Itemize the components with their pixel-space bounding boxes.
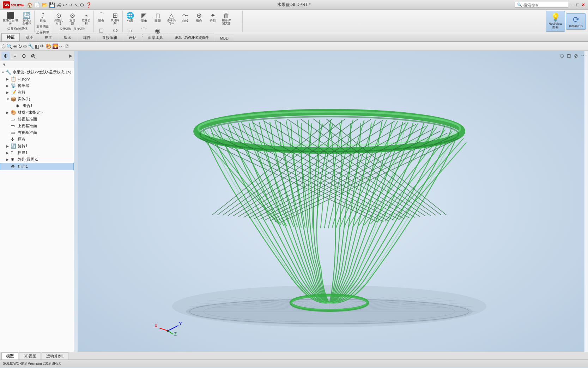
vp-display-icon[interactable]: ⊡ xyxy=(566,52,572,59)
search-input[interactable] xyxy=(523,3,566,7)
tab-sheetmetal[interactable]: 钣金 xyxy=(59,34,77,41)
tree-item-solid[interactable]: ▼ 📦 实体(1) xyxy=(0,96,74,102)
tab-render[interactable]: 渲染工具 xyxy=(143,34,169,41)
tree-item-front-plane[interactable]: ▭ 前视基准面 xyxy=(0,116,74,123)
sweep-button[interactable]: ⤴ 扫描 xyxy=(36,11,49,24)
vp-section-icon[interactable]: ⊘ xyxy=(573,52,579,59)
hole-wizard-button[interactable]: ⊙ 异型孔向导 xyxy=(52,11,65,26)
extrude-boss-button[interactable]: ⬛ 拉伸凸 台/基体 xyxy=(1,11,20,26)
btab-model[interactable]: 模型 xyxy=(1,352,18,360)
realview-button[interactable]: 💡 RealView 图形 xyxy=(546,11,565,32)
print-icon[interactable]: 🖨 xyxy=(56,2,61,8)
wrap-button[interactable]: 🌐 包覆 xyxy=(123,11,137,24)
help-icon[interactable]: ❓ xyxy=(86,2,92,8)
chamfer-button[interactable]: ◤ 倒角 xyxy=(137,11,151,24)
tree-top-plane-icon: ▭ xyxy=(11,123,17,129)
svg-text:X: X xyxy=(154,324,157,328)
panel-tabs: ⊕ ≡ ⊙ ◎ ▶ xyxy=(0,51,74,61)
curves-button[interactable]: 〜 曲线 xyxy=(178,11,192,24)
view-more-icon[interactable]: ⋯ xyxy=(59,43,64,49)
search-box[interactable]: 🔍 xyxy=(515,2,568,8)
tree-item-top-plane[interactable]: ▭ 上视基准面 xyxy=(0,123,74,129)
tab-sw-addins[interactable]: SOLIDWORKS插件 xyxy=(169,34,214,41)
tree-item-pattern1[interactable]: ▶ ⊞ 阵列(圆周)1 xyxy=(0,156,74,163)
revolve-boss-button[interactable]: 🔄 旋转凸台/基体 xyxy=(20,11,34,26)
vp-more-icon[interactable]: ⋯ xyxy=(580,52,587,59)
scenes-icon[interactable]: 🌄 xyxy=(52,43,58,49)
panel-tab-feature-tree[interactable]: ⊕ xyxy=(1,52,10,60)
statusbar: SOLIDWORKS Premium 2019 SP5.0 xyxy=(0,360,588,367)
tree-item-combine-child[interactable]: ⊕ 组合1 xyxy=(0,102,74,109)
revolve-cut-button[interactable]: ⊗ 旋切割 xyxy=(66,11,79,26)
3d-viewport[interactable]: Y X Z ⬡ ⊡ ⊘ ⋯ xyxy=(74,51,588,352)
appearances-icon[interactable]: 🎨 xyxy=(46,43,51,49)
display-style-icon[interactable]: ◧ xyxy=(35,43,39,49)
tree-item-sensor[interactable]: ▶ 📡 传感器 xyxy=(0,82,74,89)
tree-root-label: 水果篮 (默认<<默认>显示状态 1>) xyxy=(13,70,71,75)
tree-item-right-plane[interactable]: ▭ 右视基准面 xyxy=(0,129,74,136)
home-icon[interactable]: 🏠 xyxy=(27,2,33,8)
open-icon[interactable]: 📂 xyxy=(42,2,48,8)
tab-mbd[interactable]: MBD xyxy=(215,35,234,41)
tab-surface[interactable]: 曲面 xyxy=(40,34,58,41)
tab-sketch[interactable]: 草图 xyxy=(20,34,39,41)
tab-direct-editing[interactable]: 直接编辑 xyxy=(97,34,123,41)
tree-right-plane-icon: ▭ xyxy=(11,130,17,135)
maximize-button[interactable]: □ xyxy=(576,2,579,7)
bottom-tabs: 模型 3D视图 运动算例1 xyxy=(0,352,588,360)
ref-geo-button[interactable]: △ 参考几何体 xyxy=(165,11,178,26)
main-area: ⊕ ≡ ⊙ ◎ ▶ ▼ ▼ 🔧 水果篮 (默认<<默认>显示状态 1>) ▶ 📋… xyxy=(0,51,588,352)
tree-revolve1-label: 旋转1 xyxy=(18,143,28,149)
delete-body-button[interactable]: 🗑 删除/保留实体 xyxy=(220,11,233,26)
zoom-to-fit-icon[interactable]: 🔍 xyxy=(6,43,12,49)
tree-item-annotation[interactable]: ▶ 📝 注解 xyxy=(0,89,74,96)
extrude-cut-button[interactable]: 拉伸切除 xyxy=(59,26,72,31)
rotate-icon[interactable]: ↻ xyxy=(18,43,22,49)
close-button[interactable]: ✕ xyxy=(581,2,585,7)
view-orient-icon[interactable]: ⬡ xyxy=(1,43,6,49)
combine-button[interactable]: ⊕ 组合 xyxy=(192,11,206,24)
redo-icon[interactable]: ↪ xyxy=(68,2,73,8)
hide-show-icon[interactable]: 👁 xyxy=(40,43,45,49)
monitor-icon[interactable]: 🖥 xyxy=(65,43,69,49)
tree-front-plane-icon: ▭ xyxy=(11,117,17,122)
panel-tab-display[interactable]: ◎ xyxy=(29,52,37,60)
tab-evaluate[interactable]: 评估 xyxy=(123,34,142,41)
btab-3dview[interactable]: 3D视图 xyxy=(19,352,41,360)
section-view-icon[interactable]: ⊘ xyxy=(23,43,27,49)
panel-tab-config[interactable]: ⊙ xyxy=(20,52,28,60)
basket-svg: Y X Z xyxy=(74,51,588,352)
tree-item-combine1[interactable]: ⊕ 组合1 xyxy=(0,163,74,170)
svg-text:Z: Z xyxy=(174,332,177,337)
tab-features[interactable]: 特征 xyxy=(1,33,20,41)
vp-orient-icon[interactable]: ⬡ xyxy=(559,52,565,59)
view-settings-icon[interactable]: 🔧 xyxy=(28,43,34,49)
panel-expand-icon[interactable]: ▶ xyxy=(69,53,72,58)
tab-weldments[interactable]: 焊件 xyxy=(78,34,96,41)
tree-root-item[interactable]: ▼ 🔧 水果篮 (默认<<默认>显示状态 1>) xyxy=(0,69,74,76)
fillet-button[interactable]: ⌒ 圆角 xyxy=(95,11,108,24)
tree-item-origin[interactable]: ✛ 原点 xyxy=(0,136,74,143)
zoom-in-icon[interactable]: ⊕ xyxy=(13,43,17,49)
loft-cut-button[interactable]: 放样切割 xyxy=(35,24,50,30)
loft-cut2-button[interactable]: ⌁ 放样切割 xyxy=(79,11,93,26)
tree-item-revolve1[interactable]: ▶ 🔄 旋转1 xyxy=(0,143,74,149)
tree-root-icon: 🔧 xyxy=(6,70,12,75)
pointer-icon[interactable]: ↖ xyxy=(74,2,78,8)
settings-icon[interactable]: ⚙ xyxy=(80,2,84,8)
tree-item-sweep1[interactable]: ▶ ⤴ 扫描1 xyxy=(0,149,74,156)
panel-tab-properties[interactable]: ≡ xyxy=(11,52,19,60)
new-icon[interactable]: 📄 xyxy=(34,2,40,8)
undo-icon[interactable]: ↩ xyxy=(63,2,67,8)
boundary-boss-button[interactable]: 边界凸台/基体 xyxy=(2,26,34,32)
split-button[interactable]: ✦ 分割 xyxy=(206,11,219,24)
instant3d-button[interactable]: ⟳ Instant3D xyxy=(566,13,586,30)
minimize-button[interactable]: ─ xyxy=(571,2,574,7)
tree-item-material[interactable]: ▶ 🎨 材质 <未指定> xyxy=(0,109,74,116)
linear-pattern-button[interactable]: ⊞ 线性阵列 xyxy=(108,11,122,26)
tree-item-history[interactable]: ▶ 📋 History xyxy=(0,76,74,82)
btab-motion[interactable]: 运动算例1 xyxy=(42,352,68,360)
save-icon[interactable]: 💾 xyxy=(49,2,55,8)
dome-button[interactable]: ⊓ 圆顶 xyxy=(151,11,164,24)
pattern-cut-button[interactable]: 放样切割 xyxy=(73,26,86,31)
